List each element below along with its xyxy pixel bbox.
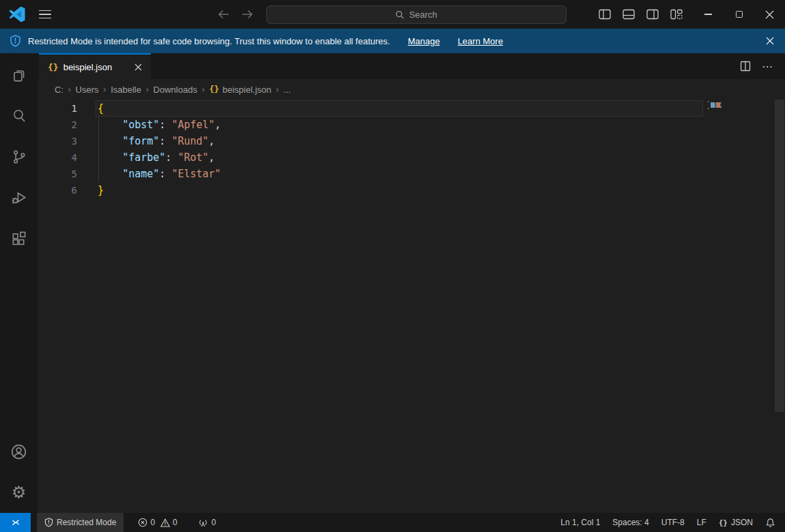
ports-count: 0 [212, 518, 216, 527]
radio-tower-icon [198, 518, 208, 527]
indent-guide [98, 117, 99, 182]
editor-line[interactable]: 4 "farbe": "Rot", [38, 149, 703, 166]
editor-lines[interactable]: 1{2 "obst": "Apfel",3 "form": "Rund",4 "… [38, 100, 703, 513]
line-number: 5 [38, 166, 77, 182]
error-icon [138, 518, 147, 527]
editor-actions: ⋯ [739, 53, 785, 79]
editor-line[interactable]: 2 "obst": "Apfel", [38, 117, 703, 133]
split-editor-icon[interactable] [739, 60, 752, 72]
breadcrumb-users[interactable]: Users [76, 85, 99, 95]
code-line-content[interactable]: "farbe": "Rot", [98, 149, 703, 166]
editor-scrollbar[interactable] [774, 100, 785, 513]
code-line-content[interactable]: "obst": "Apfel", [98, 117, 703, 133]
code-line-content[interactable]: { [96, 100, 703, 117]
code-line-content[interactable]: "form": "Rund", [98, 133, 703, 149]
notifications-bell[interactable] [759, 513, 782, 532]
breadcrumb-downloads[interactable]: Downloads [154, 85, 197, 95]
toggle-panel-icon[interactable] [622, 8, 636, 21]
indentation-status[interactable]: Spaces: 4 [606, 513, 655, 532]
layout-controls [598, 8, 683, 21]
json-braces-icon: {} [719, 518, 728, 527]
search-placeholder: Search [409, 10, 437, 20]
maximize-button[interactable] [724, 0, 754, 29]
language-mode-status[interactable]: {} JSON [713, 513, 759, 532]
editor-line[interactable]: 5 "name": "Elstar" [38, 166, 703, 182]
ports-status[interactable]: 0 [192, 513, 222, 532]
line-number: 1 [38, 100, 77, 117]
titlebar-right [598, 0, 785, 29]
shield-icon [10, 35, 21, 47]
search-icon [395, 10, 404, 19]
eol-status[interactable]: LF [691, 513, 713, 532]
breadcrumb-symbol[interactable]: ... [283, 85, 291, 95]
editor-group: {} beispiel.json ⋯ C: › Users › Isabelle… [38, 53, 785, 513]
titlebar: Search [0, 0, 785, 29]
editor[interactable]: 1{2 "obst": "Apfel",3 "form": "Rund",4 "… [38, 100, 785, 513]
status-bar: Restricted Mode 0 0 0 Ln 1, Col 1 Spaces… [0, 513, 785, 532]
line-number: 3 [38, 133, 77, 149]
minimize-icon [704, 14, 712, 14]
chevron-right-icon: › [145, 84, 149, 95]
json-file-icon: {} [210, 85, 219, 94]
problems-status[interactable]: 0 0 [132, 513, 182, 532]
source-control-icon[interactable] [0, 136, 38, 177]
main-area: ⚙ {} beispiel.json ⋯ C: › [0, 53, 785, 513]
close-window-icon [765, 10, 774, 19]
tab-close-icon [134, 63, 142, 71]
breadcrumb-isabelle[interactable]: Isabelle [111, 85, 141, 95]
history-navigation [217, 0, 254, 29]
restricted-mode-label: Restricted Mode [57, 518, 116, 527]
restricted-mode-status[interactable]: Restricted Mode [37, 513, 124, 532]
account-icon[interactable] [0, 431, 38, 472]
customize-layout-icon[interactable] [670, 8, 683, 21]
search-box[interactable]: Search [266, 5, 567, 24]
activity-bar: ⚙ [0, 53, 38, 513]
chevron-right-icon: › [103, 84, 107, 95]
learn-more-link[interactable]: Learn More [457, 36, 502, 46]
minimize-button[interactable] [693, 0, 724, 29]
breadcrumb-drive[interactable]: C: [55, 85, 63, 95]
manage-link[interactable]: Manage [408, 36, 440, 46]
code-line-content[interactable]: } [98, 182, 703, 198]
search-view-icon[interactable] [0, 95, 38, 136]
tab-beispiel-json[interactable]: {} beispiel.json [39, 53, 151, 79]
editor-line[interactable]: 3 "form": "Rund", [38, 133, 703, 149]
vscode-logo-icon [9, 6, 25, 23]
extensions-icon[interactable] [0, 218, 38, 259]
encoding-status[interactable]: UTF-8 [655, 513, 691, 532]
toggle-primary-sidebar-icon[interactable] [598, 8, 612, 21]
warning-icon [160, 518, 170, 527]
close-window-button[interactable] [754, 0, 785, 29]
more-actions-icon[interactable]: ⋯ [762, 60, 773, 73]
chevron-right-icon: › [276, 84, 280, 95]
remote-icon [10, 517, 21, 528]
minimap-content [708, 101, 722, 109]
vscode-window: Search Restricted Mode is intended for s… [0, 0, 785, 532]
breadcrumbs: C: › Users › Isabelle › Downloads › {} b… [38, 79, 785, 100]
banner-close-button[interactable] [766, 37, 774, 45]
tab-bar: {} beispiel.json ⋯ [38, 53, 785, 79]
statusbar-right: Ln 1, Col 1 Spaces: 4 UTF-8 LF {} JSON [554, 513, 785, 532]
menu-button[interactable] [39, 10, 51, 19]
cursor-position-status[interactable]: Ln 1, Col 1 [554, 513, 606, 532]
banner-message: Restricted Mode is intended for safe cod… [28, 36, 390, 46]
forward-arrow-button[interactable] [241, 8, 254, 20]
editor-line[interactable]: 6} [38, 182, 703, 198]
chevron-right-icon: › [68, 84, 72, 95]
breadcrumb-file[interactable]: beispiel.json [223, 85, 272, 95]
explorer-icon[interactable] [0, 55, 38, 95]
restricted-mode-banner: Restricted Mode is intended for safe cod… [0, 29, 785, 53]
back-arrow-button[interactable] [217, 8, 230, 20]
remote-indicator[interactable] [0, 513, 31, 532]
editor-line[interactable]: 1{ [38, 100, 703, 117]
minimap[interactable] [703, 100, 774, 513]
maximize-icon [736, 11, 743, 18]
code-line-content[interactable]: "name": "Elstar" [98, 166, 703, 182]
scrollbar-thumb[interactable] [775, 100, 784, 412]
tab-close-button[interactable] [132, 61, 144, 73]
settings-gear-icon[interactable]: ⚙ [0, 472, 38, 513]
line-number: 6 [38, 182, 77, 198]
line-number: 2 [38, 117, 77, 133]
run-debug-icon[interactable] [0, 177, 38, 218]
toggle-secondary-sidebar-icon[interactable] [646, 8, 659, 21]
